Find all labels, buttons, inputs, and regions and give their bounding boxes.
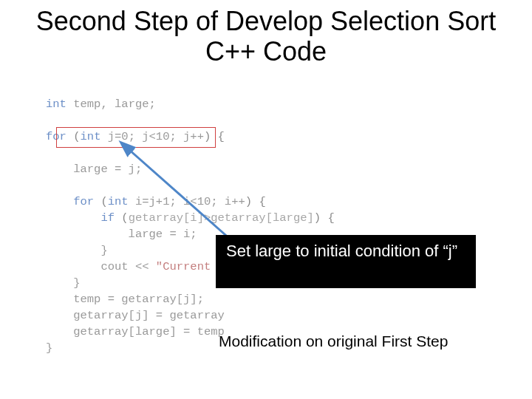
caption-text: Modification on original First Step [219,332,448,350]
code-text: i=j+1; i<10; i++ [135,195,245,208]
code-text: temp, large; [73,98,156,111]
callout-box: Set large to initial condition of “j” [216,235,476,288]
code-string: "Current L [156,260,225,273]
code-text: getarray[large] = temp [46,325,225,338]
code-text: } [46,244,108,257]
code-text: } [46,341,52,355]
page-title: Second Step of Develop Selection Sort C+… [15,6,517,67]
code-keyword: if [46,211,121,225]
code-text: large = j; [46,163,142,176]
code-text: temp = getarray[j]; [46,293,204,306]
code-text: getarray[j] = getarray [46,309,225,322]
code-block: int temp, large; for (int j=0; j<10; j++… [46,80,335,356]
code-paren: ) { [245,195,266,208]
code-paren: ( [121,211,128,225]
highlight-rectangle [56,127,216,148]
code-keyword: for [46,195,100,208]
code-keyword: int [108,195,135,208]
code-paren: ( [100,195,107,208]
code-text: } [46,276,81,290]
code-text: cout << [46,260,156,273]
code-keyword: int [46,98,73,111]
code-text: large = i; [46,228,197,241]
code-text: getarray[i]>getarray[large] [129,211,314,225]
code-paren: ) { [314,211,335,225]
